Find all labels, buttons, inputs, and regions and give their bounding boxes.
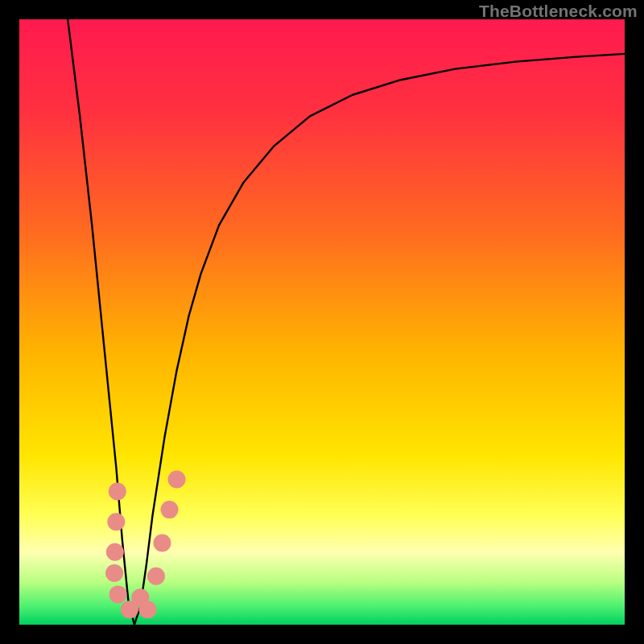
bottleneck-chart-canvas <box>0 0 644 644</box>
attribution-label: TheBottleneck.com <box>479 2 638 21</box>
